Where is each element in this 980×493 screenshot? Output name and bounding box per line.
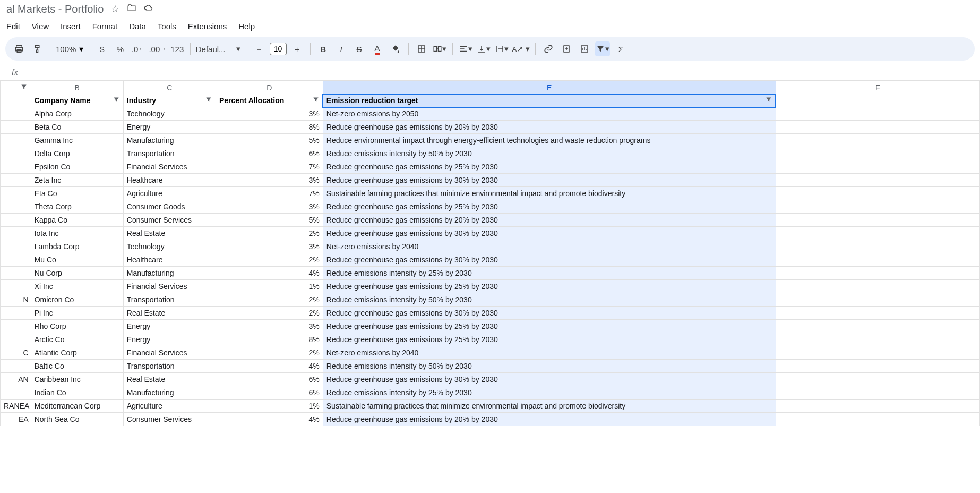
font-select[interactable]: Defaul... ▾ [196,44,240,54]
cell-industry[interactable]: Real Estate [123,307,216,320]
col-letter-f[interactable]: F [776,81,979,94]
cell-industry[interactable]: Transportation [123,360,216,373]
header-emission[interactable]: Emission reduction target [323,94,776,107]
row-label[interactable]: EA [1,413,31,426]
cell-emission[interactable]: Net-zero emissions by 2040 [323,240,776,253]
row-label[interactable] [1,147,31,160]
cell-percent[interactable]: 8% [216,333,323,346]
filter-toggle-icon[interactable] [20,83,28,92]
cell-emission[interactable]: Reduce emissions intensity by 50% by 203… [323,147,776,160]
cell-company[interactable]: Atlantic Corp [31,346,123,360]
cell-company[interactable]: Alpha Corp [31,107,123,121]
cell-percent[interactable]: 2% [216,227,323,240]
row-label[interactable] [1,280,31,293]
cell-industry[interactable]: Consumer Services [123,214,216,227]
cell-percent[interactable]: 5% [216,134,323,147]
cell-emission[interactable]: Reduce environmental impact through ener… [323,134,776,147]
text-wrap-icon[interactable]: ▾ [494,41,509,56]
row-label[interactable]: AN [1,373,31,386]
filter-dropdown-icon[interactable] [205,96,212,105]
menu-format[interactable]: Format [92,22,118,31]
menu-help[interactable]: Help [238,22,255,31]
cell-percent[interactable]: 1% [216,400,323,413]
cell-emission[interactable]: Reduce greenhouse gas emissions by 25% b… [323,160,776,174]
cell-f[interactable] [776,346,979,360]
cell-percent[interactable]: 6% [216,386,323,400]
cell-company[interactable]: Omicron Co [31,293,123,307]
vertical-align-icon[interactable]: ▾ [476,41,491,56]
comment-icon[interactable] [559,41,574,56]
cell-industry[interactable]: Transportation [123,293,216,307]
strikethrough-icon[interactable]: S [352,41,367,56]
cell-f[interactable] [776,253,979,267]
header-industry[interactable]: Industry [123,94,216,107]
col-letter-b[interactable]: B [31,81,123,94]
cell-f[interactable] [776,214,979,227]
cell-percent[interactable]: 4% [216,413,323,426]
cell-f[interactable] [776,134,979,147]
cell-percent[interactable]: 4% [216,360,323,373]
cell-company[interactable]: Delta Corp [31,147,123,160]
cell-f[interactable] [776,320,979,333]
cell-f[interactable] [776,333,979,346]
cell-company[interactable]: Gamma Inc [31,134,123,147]
print-icon[interactable] [12,41,27,56]
star-icon[interactable]: ☆ [111,3,119,15]
cell-emission[interactable]: Reduce greenhouse gas emissions by 25% b… [323,280,776,293]
cell-industry[interactable]: Manufacturing [123,134,216,147]
cell-percent[interactable]: 5% [216,214,323,227]
row-label[interactable] [1,320,31,333]
doc-title[interactable]: al Markets - Portfolio [6,3,104,15]
cell-emission[interactable]: Reduce emissions intensity by 25% by 203… [323,386,776,400]
cell-company[interactable]: North Sea Co [31,413,123,426]
cell-emission[interactable]: Reduce greenhouse gas emissions by 20% b… [323,214,776,227]
cell-company[interactable]: Pi Inc [31,307,123,320]
cell-emission[interactable]: Reduce greenhouse gas emissions by 20% b… [323,121,776,134]
menu-edit[interactable]: Edit [6,22,20,31]
merge-cells-icon[interactable]: ▾ [432,41,447,56]
cell-f[interactable] [776,400,979,413]
cell-company[interactable]: Mediterranean Corp [31,400,123,413]
row-number[interactable] [1,94,31,107]
move-icon[interactable] [127,3,136,15]
cell-f[interactable] [776,280,979,293]
increase-font-icon[interactable]: + [290,41,305,56]
row-label[interactable] [1,121,31,134]
cell-industry[interactable]: Agriculture [123,187,216,200]
cell-company[interactable]: Epsilon Co [31,160,123,174]
cell-percent[interactable]: 6% [216,373,323,386]
cell-percent[interactable]: 3% [216,240,323,253]
cell-f[interactable] [776,240,979,253]
cell-industry[interactable]: Energy [123,333,216,346]
row-label[interactable] [1,187,31,200]
text-rotation-icon[interactable]: A↗ ▾ [512,41,530,56]
row-label[interactable]: C [1,346,31,360]
cell-emission[interactable]: Reduce greenhouse gas emissions by 30% b… [323,174,776,187]
row-label[interactable] [1,200,31,214]
cell-percent[interactable]: 8% [216,121,323,134]
formula-bar[interactable]: fx [0,64,980,81]
menu-extensions[interactable]: Extensions [188,22,227,31]
cell-company[interactable]: Baltic Co [31,360,123,373]
cell-emission[interactable]: Reduce emissions intensity by 25% by 203… [323,267,776,280]
cell-f[interactable] [776,293,979,307]
menu-view[interactable]: View [32,22,49,31]
cell-company[interactable]: Eta Co [31,187,123,200]
cell-f[interactable] [776,107,979,121]
menu-data[interactable]: Data [129,22,146,31]
filter-dropdown-icon[interactable] [113,96,120,105]
cell-company[interactable]: Zeta Inc [31,174,123,187]
cell-emission[interactable]: Net-zero emissions by 2040 [323,346,776,360]
cell-percent[interactable]: 3% [216,174,323,187]
cloud-icon[interactable] [144,3,153,15]
cell-industry[interactable]: Agriculture [123,400,216,413]
row-label[interactable] [1,386,31,400]
cell-f[interactable] [776,174,979,187]
cell-percent[interactable]: 4% [216,267,323,280]
cell-company[interactable]: Caribbean Inc [31,373,123,386]
filter-dropdown-icon[interactable] [312,96,320,105]
cell-company[interactable]: Lambda Corp [31,240,123,253]
insert-chart-icon[interactable] [577,41,592,56]
text-color-icon[interactable]: A [370,41,385,56]
cell-emission[interactable]: Reduce emissions intensity by 50% by 203… [323,293,776,307]
